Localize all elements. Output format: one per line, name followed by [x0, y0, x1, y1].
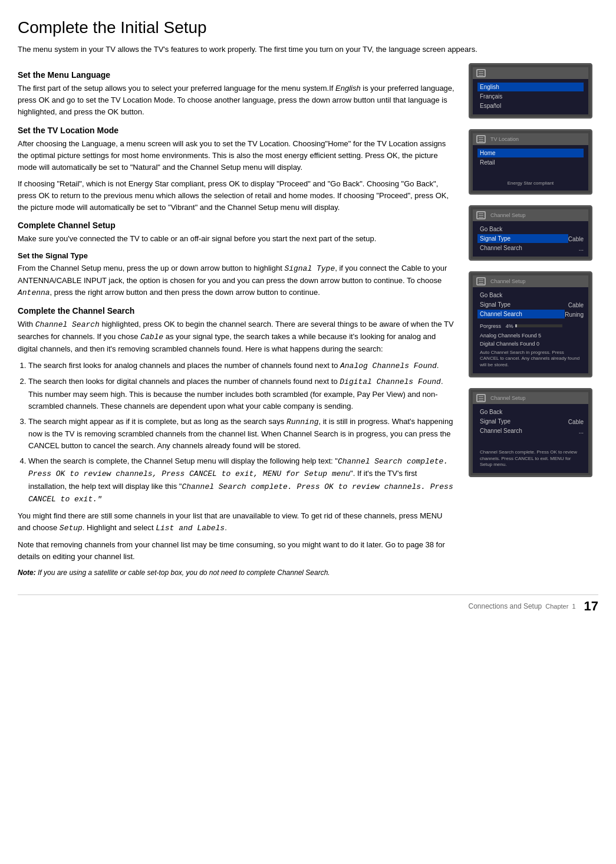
- tv-icon-line: [479, 217, 483, 218]
- spacer: [477, 167, 584, 179]
- tv-location-body2: If choosing "Retail", which is not Energ…: [18, 178, 457, 213]
- tv-icon-line: [479, 283, 483, 284]
- energy-note: Energy Star compliant: [477, 179, 584, 187]
- channel-setup-menu3: Go Back Signal Type Cable Channel Search…: [473, 404, 588, 473]
- channel-setup-title3: Channel Setup: [490, 395, 526, 401]
- tv-icon-line: [479, 141, 483, 142]
- intro-paragraph: The menu system in your TV allows the TV…: [18, 44, 598, 55]
- tv-icon-lines: [479, 213, 483, 218]
- tv-icon-line: [479, 71, 483, 72]
- progress-row: Porgress 4%: [477, 319, 584, 331]
- channel-setup-body: Make sure you've connected the TV to cab…: [18, 233, 457, 245]
- menu-row-signal3: Signal Type Cable: [477, 417, 584, 426]
- tv-icon-line: [479, 400, 483, 400]
- tv-icon-line: [479, 139, 483, 140]
- signal-type-body: From the Channel Setup menu, press the u…: [18, 262, 457, 299]
- tv-icon: [476, 211, 486, 219]
- page-footer: Connections and Setup Chapter 1 17: [18, 594, 598, 614]
- channel-setup-menu1: Go Back Signal Type Cable Channel Search…: [473, 221, 588, 257]
- tv-icon-line: [479, 280, 483, 280]
- channel-setup-screen1: Channel Setup Go Back Signal Type Cable …: [469, 205, 592, 261]
- menu-row-channel2: Channel Search Runing: [477, 310, 584, 319]
- signal-label: Signal Type: [477, 234, 568, 243]
- channel-setup-menu2: Go Back Signal Type Cable Channel Search…: [473, 287, 588, 373]
- footer-section: Connections and Setup Chapter 1 17: [468, 599, 598, 614]
- signal3-value: Cable: [568, 419, 584, 425]
- progress-pct: 4%: [506, 323, 513, 329]
- channel-setup-title1: Channel Setup: [490, 212, 526, 218]
- signal-type-heading: Set the Signal Type: [18, 251, 457, 260]
- tv-icon-line: [479, 398, 483, 399]
- progress-label: Porgress: [480, 323, 501, 329]
- channel-search-list: The search first looks for analog channe…: [28, 360, 457, 505]
- signal2-label: Signal Type: [477, 300, 568, 309]
- footer-chapter-num: 1: [572, 603, 575, 610]
- list-item: When the search is complete, the Channel…: [28, 455, 457, 505]
- footer-page-num: 17: [584, 599, 598, 614]
- location-item-home: Home: [477, 149, 584, 157]
- tv-icon-line: [479, 281, 483, 282]
- language-menu: English Français Español: [473, 79, 588, 114]
- signal-value: Cable: [568, 236, 584, 242]
- list-item: The search then looks for digital channe…: [28, 376, 457, 412]
- language-item-francais: Français: [477, 92, 584, 101]
- goback-label: Go Back: [477, 225, 584, 234]
- tv-icon-line: [479, 137, 483, 138]
- menu-row-signal: Signal Type Cable: [477, 234, 584, 244]
- channel3-label: Channel Search: [477, 426, 579, 435]
- channel-label: Channel Search: [477, 244, 579, 252]
- list-item: The search first looks for analog channe…: [28, 360, 457, 372]
- progress-bar-outer: [515, 324, 562, 327]
- channel2-value: Runing: [565, 311, 584, 318]
- goback2-label: Go Back: [477, 291, 584, 300]
- location-screen: TV Location Home Retail Energy Star comp…: [469, 129, 592, 195]
- tv-icon-bar: Channel Setup: [473, 209, 588, 221]
- channel-search-heading: Complete the Channel Search: [18, 306, 457, 316]
- channel3-value: ...: [579, 428, 584, 435]
- tv-icon: [476, 394, 486, 402]
- footer-left-label: Connections and Setup: [468, 602, 542, 610]
- signal2-value: Cable: [568, 302, 584, 308]
- spacer2: [477, 436, 584, 448]
- list-item: The search might appear as if it is comp…: [28, 416, 457, 452]
- tv-icon-lines: [479, 71, 483, 75]
- tv-icon-lines: [479, 396, 483, 400]
- channel2-label: Channel Search: [477, 310, 565, 318]
- menu-row-channel3: Channel Search ...: [477, 426, 584, 436]
- screen3-footer: Channel Search complete. Press OK to rev…: [477, 448, 584, 469]
- channel-setup-heading: Complete Channel Setup: [18, 221, 457, 230]
- tv-icon-bar: Channel Setup: [473, 275, 588, 287]
- menu-row-channel: Channel Search ...: [477, 244, 584, 253]
- language-item-espanol: Español: [477, 101, 584, 110]
- language-screen: English Français Español: [469, 63, 592, 119]
- menu-language-heading: Set the Menu Language: [18, 70, 457, 80]
- menu-row-signal2: Signal Type Cable: [477, 300, 584, 310]
- tv-icon-line: [479, 73, 483, 74]
- channel-setup-screen2: Channel Setup Go Back Signal Type Cable …: [469, 271, 592, 377]
- main-content: Set the Menu Language The first part of …: [18, 63, 598, 583]
- tv-icon-bar: [473, 67, 588, 79]
- progress-bar-inner: [515, 324, 517, 327]
- tv-icon-bar: TV Location: [473, 133, 588, 145]
- tv-icon-line: [479, 215, 483, 216]
- location-menu: Home Retail Energy Star compliant: [473, 145, 588, 190]
- note-text: Note: If you are using a satellite or ca…: [18, 567, 457, 578]
- tv-location-heading: Set the TV Location Mode: [18, 126, 457, 135]
- location-item-retail: Retail: [477, 158, 584, 167]
- tv-icon: [476, 135, 486, 143]
- channel-setup-title2: Channel Setup: [490, 278, 526, 284]
- location-screen-title: TV Location: [490, 136, 519, 142]
- language-item-english: English: [477, 83, 584, 91]
- tv-icon-bar: Channel Setup: [473, 392, 588, 404]
- menu-row-goback2: Go Back: [477, 291, 584, 300]
- tv-icon: [476, 277, 486, 285]
- tv-icon: [476, 69, 486, 77]
- tv-icon-line: [479, 75, 483, 75]
- signal3-label: Signal Type: [477, 417, 568, 426]
- screen2-footer: Auto Channel Search in progress. Press C…: [477, 348, 584, 370]
- menu-row-goback: Go Back: [477, 225, 584, 234]
- footer-chapter-label: Chapter: [545, 603, 568, 610]
- menu-row-goback3: Go Back: [477, 408, 584, 417]
- tv-icon-line: [479, 396, 483, 397]
- goback3-label: Go Back: [477, 408, 584, 416]
